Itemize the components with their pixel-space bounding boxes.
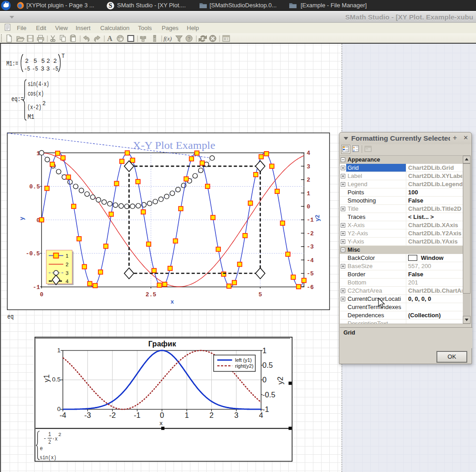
svg-text:0: 0: [262, 376, 266, 384]
svg-text:-2: -2: [109, 411, 116, 419]
svg-text:M1:=: M1:=: [6, 60, 18, 67]
svg-text:-3: -3: [307, 244, 314, 250]
svg-text:y2: y2: [314, 215, 321, 221]
svg-text:-1: -1: [134, 411, 141, 419]
svg-text:-5: -5: [52, 66, 58, 72]
svg-text:4: 4: [307, 150, 310, 157]
svg-text:3: 3: [66, 270, 68, 276]
svg-text:y: y: [18, 217, 25, 220]
svg-text:-2: -2: [307, 230, 314, 237]
svg-text:3: 3: [307, 163, 310, 170]
svg-text:y2: y2: [276, 376, 284, 384]
svg-text:-5: -5: [32, 66, 38, 72]
svg-text:0: 0: [307, 203, 310, 210]
svg-text:3: 3: [46, 66, 50, 72]
svg-text:0: 0: [40, 291, 43, 298]
svg-text:A: A: [353, 146, 355, 149]
svg-text:sin(x): sin(x): [40, 454, 56, 461]
svg-text:·x: ·x: [52, 436, 58, 442]
svg-text:T: T: [61, 53, 65, 60]
svg-text:y1: y1: [42, 374, 51, 382]
svg-text:2: 2: [66, 262, 68, 267]
svg-text:2: 2: [58, 432, 61, 437]
svg-text:1: 1: [66, 253, 68, 259]
svg-text:sin(4·x): sin(4·x): [28, 81, 49, 88]
svg-text:-: -: [43, 435, 46, 442]
svg-text:X-Y Plot Example: X-Y Plot Example: [133, 139, 215, 151]
svg-text:-1: -1: [262, 405, 269, 413]
svg-text:Z: Z: [353, 149, 355, 152]
svg-text:cos(x): cos(x): [28, 90, 44, 97]
svg-text:-0.5: -0.5: [26, 250, 40, 257]
svg-text:-3: -3: [84, 411, 91, 419]
svg-text:(x-2): (x-2): [27, 104, 41, 111]
svg-text:3: 3: [41, 66, 45, 72]
svg-text:2: 2: [307, 177, 310, 183]
svg-text:3: 3: [234, 411, 238, 419]
svg-text:0.5: 0.5: [29, 183, 40, 190]
svg-text:0.5: 0.5: [262, 361, 273, 369]
svg-text:right(y2): right(y2): [235, 363, 253, 369]
svg-text:-0.5: -0.5: [262, 391, 275, 399]
svg-text:0.5: 0.5: [52, 376, 61, 383]
svg-text:-5: -5: [24, 66, 30, 72]
svg-text:4: 4: [66, 279, 69, 284]
svg-text:-6: -6: [307, 284, 314, 291]
svg-text:2: 2: [53, 58, 57, 65]
svg-text:eq:=: eq:=: [11, 96, 24, 103]
svg-text:left (y1): left (y1): [235, 357, 252, 363]
svg-text:График: График: [148, 340, 177, 348]
svg-text:0: 0: [160, 411, 164, 419]
svg-text:2: 2: [210, 411, 214, 419]
svg-text:1: 1: [184, 411, 189, 419]
svg-text:e: e: [40, 445, 43, 452]
svg-text:x: x: [159, 420, 163, 426]
svg-text:M1: M1: [28, 113, 35, 121]
svg-text:-1: -1: [33, 284, 40, 291]
svg-text:-5: -5: [307, 270, 314, 277]
svg-text:1: 1: [57, 347, 61, 354]
svg-text:1: 1: [307, 190, 310, 197]
svg-text:1: 1: [262, 346, 266, 355]
svg-text:1: 1: [48, 431, 51, 438]
svg-text:2: 2: [48, 439, 51, 446]
svg-text:5: 5: [258, 291, 262, 298]
svg-text:2: 2: [42, 101, 46, 107]
svg-text:2: 2: [46, 58, 50, 65]
svg-text:2.5: 2.5: [146, 291, 157, 298]
svg-text:x: x: [170, 298, 174, 305]
svg-text:2: 2: [25, 58, 29, 65]
svg-text:-4: -4: [307, 257, 314, 264]
svg-text:-1: -1: [307, 217, 314, 223]
svg-text:0: 0: [57, 406, 61, 412]
svg-text:5: 5: [41, 58, 45, 65]
svg-text:5: 5: [34, 58, 37, 65]
